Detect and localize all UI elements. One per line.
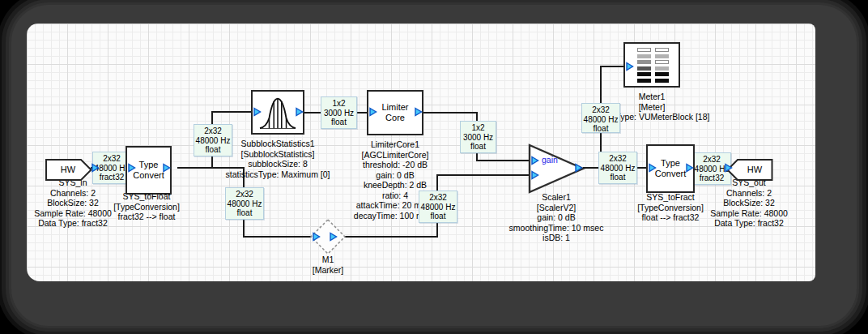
- meter-input-pin[interactable]: [626, 62, 634, 71]
- scaler-output-pin[interactable]: [575, 163, 583, 173]
- wire[interactable]: [243, 236, 313, 238]
- wire[interactable]: [476, 160, 532, 161]
- type-convert-in-input-pin[interactable]: [128, 163, 136, 173]
- limiter-core-caption: LimiterCore1 [AGCLimiterCore] threshold:…: [306, 139, 484, 221]
- wire-label-scaler-out: 2x3248000 Hzfloat: [598, 152, 637, 184]
- type-convert-in-output-pin[interactable]: [163, 163, 171, 173]
- type-convert-out-output-pin[interactable]: [686, 163, 694, 173]
- wire-label-float-down: 2x3248000 Hzfloat: [225, 187, 264, 220]
- scaler-audio-input-pin[interactable]: [531, 170, 539, 180]
- type-convert-in-caption: SYS_toFloat [TypeConversion] fract32 -->…: [57, 191, 236, 222]
- marker-input-pin[interactable]: [313, 232, 321, 242]
- sys-in-output-pin[interactable]: [91, 163, 100, 173]
- designer-canvas[interactable]: SYS_in Channels: 2 BlockSize: 32 Sample …: [27, 24, 815, 281]
- wire[interactable]: [341, 236, 438, 238]
- wire-label-meter-wire: 2x3248000 Hzfloat: [581, 103, 620, 133]
- subblock-statistics-output-pin[interactable]: [296, 107, 304, 117]
- sys-in-hw-label: HW: [50, 165, 86, 174]
- limiter-core-input-pin[interactable]: [369, 107, 377, 117]
- wire[interactable]: [211, 111, 255, 113]
- wire-label-audio-to-scaler: 2x3248000 Hzfloat: [419, 191, 457, 223]
- vu-meter-bars-icon: [637, 47, 670, 84]
- wire-label-stats-out: 1x23000 Hzfloat: [321, 96, 357, 129]
- marker-caption: M1 [Marker]: [239, 255, 417, 275]
- histogram-bell-icon: [257, 95, 298, 131]
- wire-label-gain-wire: 1x23000 Hzfloat: [460, 121, 496, 153]
- wire-label-float-up: 2x3248000 Hzfloat: [194, 124, 232, 156]
- subblock-statistics-input-pin[interactable]: [253, 107, 262, 117]
- screenshot-stage: SYS_in Channels: 2 BlockSize: 32 Sample …: [0, 0, 868, 334]
- scaler-gain-input-pin[interactable]: [531, 156, 539, 165]
- sys-out-hw-label: HW: [737, 165, 772, 174]
- type-convert-out-input-pin[interactable]: [649, 163, 657, 173]
- marker-output-pin[interactable]: [330, 232, 338, 242]
- sys-out-input-pin[interactable]: [725, 163, 733, 173]
- wire[interactable]: [420, 112, 477, 113]
- scaler-gain-pin-label: gain: [542, 155, 558, 165]
- limiter-core-output-pin[interactable]: [415, 107, 423, 117]
